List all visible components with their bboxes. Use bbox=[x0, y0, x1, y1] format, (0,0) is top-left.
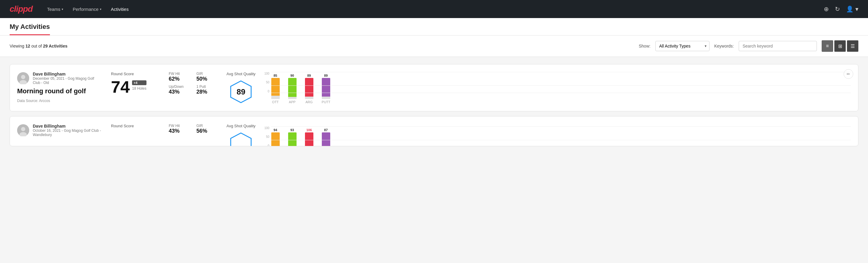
bar-ott-value: 85 bbox=[273, 74, 277, 77]
bar-app-segment bbox=[288, 78, 297, 97]
bar-ott: 85 bbox=[271, 74, 280, 99]
bar-arg-value-2: 106 bbox=[306, 128, 312, 132]
nav-teams-label: Teams bbox=[47, 7, 60, 12]
view-compact-button[interactable]: ≡ bbox=[822, 40, 833, 52]
keywords-label: Keywords: bbox=[714, 43, 734, 49]
fw-hit-label-2: FW Hit bbox=[169, 124, 189, 128]
bar-arg: 89 bbox=[305, 74, 313, 99]
x-label-app: APP bbox=[288, 100, 297, 104]
user-info-2: Dave Billingham October 16, 2021 - Gog M… bbox=[33, 124, 101, 137]
bar-arg-empty bbox=[305, 96, 313, 99]
bar-chart-container-2: 100 50 0 94 93 bbox=[263, 126, 851, 147]
avatar-2 bbox=[17, 124, 29, 136]
bar-putt-value: 89 bbox=[324, 74, 328, 77]
bar-arg-2: 106 bbox=[305, 128, 313, 147]
bar-ott-value-2: 94 bbox=[273, 128, 277, 132]
y-mid-2: 50 bbox=[266, 135, 269, 139]
bar-putt-2: 87 bbox=[322, 128, 330, 147]
round-score-label-2: Round Score bbox=[111, 124, 159, 128]
avg-shot-quality-label: Avg Shot Quality bbox=[226, 71, 256, 76]
updown-stat: Up/Down 43% bbox=[169, 85, 189, 95]
bar-ott-seg-2 bbox=[271, 133, 280, 147]
one-putt-label: 1 Putt bbox=[196, 85, 217, 89]
nav-activities[interactable]: Activities bbox=[111, 4, 129, 14]
y-max-2: 100 bbox=[265, 126, 270, 130]
y-axis-2: 100 50 0 bbox=[263, 126, 270, 147]
bar-putt-seg-2 bbox=[322, 133, 330, 147]
svg-point-5 bbox=[21, 127, 25, 131]
nav-activities-label: Activities bbox=[111, 7, 129, 12]
fw-hit-stat: FW Hit 62% bbox=[169, 71, 189, 82]
viewing-total: 29 bbox=[43, 43, 48, 49]
svg-marker-7 bbox=[231, 133, 251, 146]
view-detail-button[interactable]: ☰ bbox=[847, 40, 858, 52]
add-icon[interactable]: ⊕ bbox=[824, 5, 829, 12]
y-min-2: 0 bbox=[268, 144, 270, 147]
bar-putt: 89 bbox=[322, 74, 330, 99]
fw-hit-stat-2: FW Hit 43% bbox=[169, 124, 189, 134]
bar-ott-segment bbox=[271, 78, 280, 96]
gir-label: GIR bbox=[196, 71, 217, 76]
navbar: clippd Teams ▾ Performance ▾ Activities … bbox=[0, 0, 868, 18]
user-row: Dave Billingham December 05, 2021 - Gog … bbox=[17, 71, 101, 85]
search-input[interactable] bbox=[739, 41, 817, 51]
nav-icons: ⊕ ↻ 👤 ▾ bbox=[824, 5, 858, 12]
bar-chart: 100 50 0 85 90 bbox=[263, 72, 851, 99]
score-number: 74 bbox=[111, 79, 130, 95]
refresh-icon[interactable]: ↻ bbox=[835, 5, 840, 12]
gir-label-2: GIR bbox=[196, 124, 217, 128]
hex-score: 89 bbox=[237, 87, 245, 96]
score-big: 74 +4 18 Holes bbox=[111, 79, 159, 95]
viewing-middle: out of bbox=[30, 43, 43, 49]
stats-section-2: FW Hit 43% GIR 56% bbox=[169, 124, 217, 134]
user-name: Dave Billingham bbox=[33, 71, 101, 77]
round-score-label: Round Score bbox=[111, 71, 159, 76]
hex-wrapper: 89 bbox=[229, 80, 253, 104]
bar-app-value: 90 bbox=[290, 74, 294, 77]
quality-section: Avg Shot Quality 89 100 50 0 bbox=[226, 71, 851, 104]
updown-value: 43% bbox=[169, 89, 189, 95]
y-max: 100 bbox=[265, 72, 270, 75]
bar-app-empty bbox=[288, 97, 297, 99]
user-info: Dave Billingham December 05, 2021 - Gog … bbox=[33, 71, 101, 85]
bar-app-2: 93 bbox=[288, 128, 297, 147]
user-avatar-icon[interactable]: 👤 ▾ bbox=[846, 5, 858, 12]
grid-line-bottom bbox=[271, 93, 851, 93]
fw-hit-label: FW Hit bbox=[169, 71, 189, 76]
grid-line-mid-2 bbox=[271, 140, 851, 140]
page-header: My Activities bbox=[0, 18, 868, 35]
quality-hex-container: Avg Shot Quality 89 bbox=[226, 71, 256, 104]
nav-performance[interactable]: Performance ▾ bbox=[73, 4, 101, 14]
nav-performance-label: Performance bbox=[73, 7, 99, 12]
quality-section-2: Avg Shot Quality 100 50 0 bbox=[226, 124, 851, 146]
card-left: Dave Billingham December 05, 2021 - Gog … bbox=[17, 71, 101, 103]
bar-arg-seg-2 bbox=[305, 133, 313, 147]
view-grid-button[interactable]: ⊞ bbox=[834, 40, 846, 52]
score-diff-badge: +4 bbox=[132, 80, 146, 85]
user-name-2: Dave Billingham bbox=[33, 124, 101, 128]
show-label: Show: bbox=[639, 43, 651, 49]
nav-teams[interactable]: Teams ▾ bbox=[47, 4, 63, 14]
view-buttons: ≡ ⊞ ☰ bbox=[822, 40, 858, 52]
y-mid: 50 bbox=[266, 81, 269, 84]
hex-wrapper-2 bbox=[229, 132, 253, 146]
one-putt-value: 28% bbox=[196, 89, 217, 95]
x-label-arg: ARG bbox=[305, 100, 313, 104]
gir-stat: GIR 50% bbox=[196, 71, 217, 82]
bar-putt-empty bbox=[322, 96, 330, 99]
bar-ott-2: 94 bbox=[271, 128, 280, 147]
viewing-prefix: Viewing bbox=[10, 43, 26, 49]
viewing-count: 12 bbox=[26, 43, 30, 49]
score-section: Round Score 74 +4 18 Holes bbox=[111, 71, 159, 95]
bar-chart-2: 100 50 0 94 93 bbox=[263, 126, 851, 147]
avatar bbox=[17, 72, 29, 84]
grid-line-top-2 bbox=[271, 126, 851, 127]
activity-type-select[interactable]: All Activity Types bbox=[655, 41, 710, 51]
x-axis: OTT APP ARG PUTT bbox=[263, 100, 851, 104]
brand-logo: clippd bbox=[10, 4, 32, 14]
grid-line-mid bbox=[271, 85, 851, 86]
bar-putt-segment bbox=[322, 78, 330, 96]
stats-section: FW Hit 62% GIR 50% Up/Down 43% 1 Putt 28… bbox=[169, 71, 217, 95]
activity-type-filter-wrapper: All Activity Types ▾ bbox=[655, 41, 710, 51]
viewing-suffix: Activities bbox=[48, 43, 68, 49]
